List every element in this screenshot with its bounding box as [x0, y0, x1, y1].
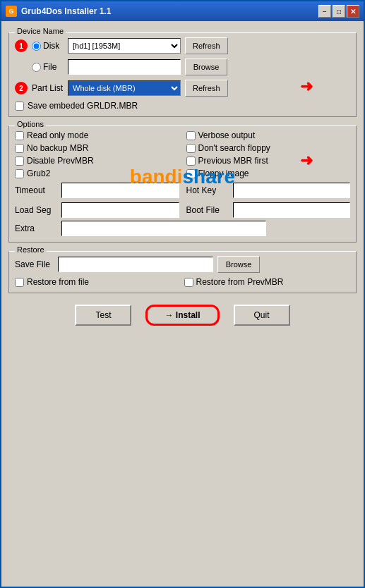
check-no-backup: No backup MBR [15, 143, 179, 153]
badge-1: 1 [15, 39, 28, 52]
savefile-input[interactable] [58, 257, 213, 272]
badge-2: 2 [15, 82, 28, 94]
window-controls: − □ ✕ [318, 5, 359, 18]
device-name-label: Device Name [15, 27, 66, 35]
dont-search-checkbox[interactable] [186, 144, 196, 153]
test-button[interactable]: Test [75, 305, 131, 326]
refresh1-button[interactable]: Refresh [185, 37, 228, 54]
file-input[interactable] [68, 59, 181, 75]
title-bar: G Grub4Dos Installer 1.1 − □ ✕ [1, 1, 364, 21]
check-restore-file: Restore from file [15, 277, 181, 287]
file-radio[interactable] [32, 63, 41, 72]
options-group: Options Read only mode Verbose output No… [8, 125, 357, 243]
disable-prev-checkbox[interactable] [15, 157, 24, 166]
install-button[interactable]: → Install [145, 305, 219, 326]
timeout-label: Timeout [15, 185, 57, 195]
save-embed-row: Save embeded GRLDR.MBR [15, 101, 350, 111]
bootfile-input[interactable] [233, 202, 351, 218]
restore-checks: Restore from file Restore from PrevMBR [15, 277, 350, 287]
part-select[interactable]: Whole disk (MBR) [68, 80, 181, 96]
prev-first-checkbox[interactable] [186, 157, 196, 166]
device-name-group: Device Name 1 Disk [hd1] [1953M] Refresh [8, 32, 357, 117]
timeout-input[interactable] [61, 183, 179, 198]
check-floppy-image: Floppy image [186, 169, 351, 178]
disk-row: 1 Disk [hd1] [1953M] Refresh [15, 37, 350, 54]
app-icon: G [6, 6, 17, 17]
file-row: File Browse [15, 59, 350, 75]
minimize-button[interactable]: − [318, 5, 331, 18]
hotkey-row: Hot Key [186, 183, 351, 198]
check-read-only: Read only mode [15, 130, 179, 140]
check-prev-first: Previous MBR first [186, 156, 351, 166]
read-only-checkbox[interactable] [15, 131, 24, 140]
check-restore-prev: Restore from PrevMBR [184, 277, 351, 287]
quit-button[interactable]: Quit [234, 305, 290, 326]
browse-button[interactable]: Browse [185, 59, 227, 75]
check-grub2: Grub2 [15, 169, 179, 178]
options-fields: Timeout Hot Key Load Seg Boot File [15, 183, 350, 218]
save-embed-checkbox[interactable] [15, 102, 24, 111]
savefile-label: Save File [15, 259, 54, 269]
no-backup-checkbox[interactable] [15, 144, 24, 153]
disk-select[interactable]: [hd1] [1953M] [68, 38, 181, 54]
restore-browse-button[interactable]: Browse [217, 256, 260, 273]
window-title: Grub4Dos Installer 1.1 [21, 6, 318, 16]
restore-from-file-checkbox[interactable] [15, 278, 24, 287]
verbose-checkbox[interactable] [186, 131, 196, 140]
extra-label: Extra [15, 223, 57, 233]
save-embed-label: Save embeded GRLDR.MBR [28, 101, 138, 111]
restore-label: Restore [15, 245, 47, 254]
window-content: ➜ ➜ Device Name 1 Disk [hd1] [1953M] Ref… [1, 21, 364, 587]
extra-row: Extra [15, 221, 350, 236]
disk-radio[interactable] [32, 42, 41, 51]
disk-radio-label: Disk [32, 41, 64, 51]
hotkey-input[interactable] [233, 183, 351, 198]
main-window: G Grub4Dos Installer 1.1 − □ ✕ ➜ ➜ Devic… [0, 0, 365, 588]
options-label: Options [15, 120, 46, 128]
bootfile-label: Boot File [186, 205, 229, 215]
savefile-row: Save File Browse [15, 256, 350, 273]
part-list-row: 2 Part List Whole disk (MBR) Refresh [15, 80, 350, 97]
restore-prev-label: Restore from PrevMBR [196, 277, 284, 287]
bottom-buttons: Test → Install Quit [8, 299, 357, 330]
loadseg-label: Load Seg [15, 205, 57, 215]
check-verbose: Verbose output [186, 130, 351, 140]
check-disable-prev: Disable PrevMBR [15, 156, 179, 166]
options-checkboxes: Read only mode Verbose output No backup … [15, 130, 350, 178]
hotkey-label: Hot Key [186, 185, 229, 195]
refresh2-button[interactable]: Refresh [185, 80, 228, 97]
bootfile-row: Boot File [186, 202, 351, 218]
part-list-label: Part List [32, 83, 64, 93]
restore-file-label: Restore from file [27, 277, 89, 287]
maximize-button[interactable]: □ [333, 5, 345, 18]
restore-group: Restore Save File Browse Restore from fi… [8, 251, 357, 293]
grub2-checkbox[interactable] [15, 169, 24, 178]
floppy-image-checkbox[interactable] [186, 169, 196, 178]
loadseg-row: Load Seg [15, 202, 179, 218]
file-radio-label: File [32, 62, 64, 72]
timeout-row: Timeout [15, 183, 179, 198]
check-dont-search: Don't search floppy [186, 143, 351, 153]
close-button[interactable]: ✕ [347, 5, 359, 18]
extra-input[interactable] [61, 221, 266, 236]
loadseg-input[interactable] [61, 202, 179, 218]
restore-from-prev-checkbox[interactable] [184, 278, 193, 287]
